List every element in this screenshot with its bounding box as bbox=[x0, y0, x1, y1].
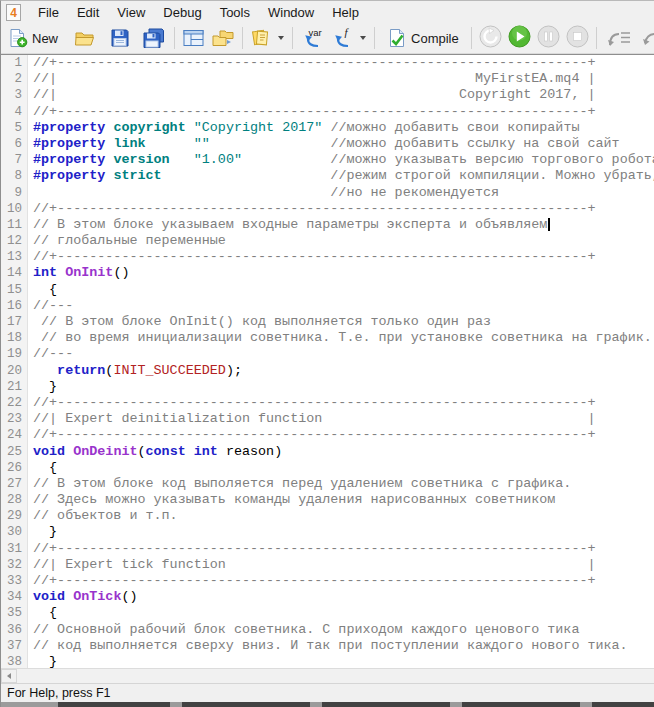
code-line[interactable]: 9 //но не рекомендуется bbox=[1, 185, 654, 201]
code-editor[interactable]: 1//+------------------------------------… bbox=[1, 54, 654, 668]
toolbar-separator bbox=[596, 27, 597, 49]
code-line[interactable]: 30 } bbox=[1, 524, 654, 540]
menu-item-debug[interactable]: Debug bbox=[154, 3, 210, 22]
code-line-text: void OnTick() bbox=[28, 589, 138, 605]
code-line[interactable]: 7#property version "1.00" //можно указыв… bbox=[1, 152, 654, 168]
navigator-toggle-button[interactable] bbox=[179, 27, 208, 49]
code-line[interactable]: 13//+-----------------------------------… bbox=[1, 249, 654, 265]
start-debug-button[interactable] bbox=[508, 25, 531, 52]
code-line-text: //| Copyright 2017, | bbox=[28, 87, 596, 103]
code-line[interactable]: 34void OnTick() bbox=[1, 589, 654, 605]
horizontal-scrollbar[interactable] bbox=[1, 668, 654, 683]
var-label-glyph: var bbox=[308, 27, 321, 38]
menu-items: FileEditViewDebugToolsWindowHelp bbox=[29, 3, 368, 22]
goto-variable-button[interactable]: var bbox=[297, 25, 329, 51]
code-line[interactable]: 28// Здесь можно указывать команды удале… bbox=[1, 492, 654, 508]
code-line[interactable]: 6#property link "" //можно добавить ссыл… bbox=[1, 136, 654, 152]
code-line[interactable]: 24//+-----------------------------------… bbox=[1, 427, 654, 443]
code-line[interactable]: 33//+-----------------------------------… bbox=[1, 573, 654, 589]
code-line[interactable]: 21 } bbox=[1, 379, 654, 395]
code-line[interactable]: 38 } bbox=[1, 654, 654, 668]
line-number: 37 bbox=[1, 638, 28, 654]
menu-item-view[interactable]: View bbox=[108, 3, 154, 22]
code-line[interactable]: 12// глобальные переменные bbox=[1, 233, 654, 249]
scroll-left-arrow-icon bbox=[7, 673, 11, 679]
taskbar-edge bbox=[1, 702, 654, 707]
stop-debug-button[interactable] bbox=[566, 25, 589, 52]
code-line[interactable]: 36// Основной рабочий блок советника. С … bbox=[1, 622, 654, 638]
hscroll-left-button[interactable] bbox=[1, 669, 17, 683]
code-line-text: //--- bbox=[28, 298, 73, 314]
code-line[interactable]: 23//| Expert deinitialization function | bbox=[1, 411, 654, 427]
menu-item-file[interactable]: File bbox=[29, 3, 68, 22]
code-line[interactable]: 32//| Expert tick function | bbox=[1, 557, 654, 573]
hscroll-track[interactable] bbox=[17, 669, 654, 683]
code-line[interactable]: 25void OnDeinit(const int reason) bbox=[1, 444, 654, 460]
line-number: 29 bbox=[1, 508, 28, 524]
code-line-text: // Здесь можно указывать команды удалени… bbox=[28, 492, 555, 508]
menu-item-help[interactable]: Help bbox=[323, 3, 368, 22]
line-number: 34 bbox=[1, 589, 28, 605]
code-line-text: } bbox=[28, 654, 57, 668]
step-into-button[interactable] bbox=[601, 26, 637, 50]
code-line[interactable]: 31//+-----------------------------------… bbox=[1, 541, 654, 557]
code-line[interactable]: 10//+-----------------------------------… bbox=[1, 201, 654, 217]
code-line[interactable]: 29// объектов и т.п. bbox=[1, 508, 654, 524]
code-line[interactable]: 8#property strict //режим строгой компил… bbox=[1, 168, 654, 184]
code-line-text: //+-------------------------------------… bbox=[28, 541, 596, 557]
menu-item-window[interactable]: Window bbox=[259, 3, 323, 22]
stop-icon bbox=[566, 25, 589, 48]
pause-icon bbox=[537, 25, 560, 48]
compile-button[interactable]: Compile bbox=[379, 26, 467, 50]
code-line[interactable]: 17 // В этом блоке OnInit() код выполняе… bbox=[1, 314, 654, 330]
toolbox-toggle-button[interactable] bbox=[208, 27, 238, 49]
code-line[interactable]: 26 { bbox=[1, 460, 654, 476]
menu-item-edit[interactable]: Edit bbox=[68, 3, 108, 22]
step-over-button[interactable] bbox=[637, 26, 654, 50]
new-button[interactable]: New bbox=[4, 26, 62, 50]
save-all-button[interactable] bbox=[138, 26, 170, 50]
code-line-text: // Основной рабочий блок советника. С пр… bbox=[28, 622, 579, 638]
code-line[interactable]: 27// В этом блоке код выполяется перед у… bbox=[1, 476, 654, 492]
code-line[interactable]: 22//+-----------------------------------… bbox=[1, 395, 654, 411]
code-line-text: // В этом блоке указываем входные параме… bbox=[28, 217, 550, 233]
line-number: 27 bbox=[1, 476, 28, 492]
line-number: 28 bbox=[1, 492, 28, 508]
code-line[interactable]: 18 // во время инициализации советника. … bbox=[1, 330, 654, 346]
pause-debug-button[interactable] bbox=[537, 25, 560, 52]
line-number: 36 bbox=[1, 622, 28, 638]
save-button[interactable] bbox=[106, 26, 134, 50]
text-cursor bbox=[548, 218, 550, 231]
code-line[interactable]: 14int OnInit() bbox=[1, 265, 654, 281]
menu-item-tools[interactable]: Tools bbox=[211, 3, 259, 22]
line-number: 26 bbox=[1, 460, 28, 476]
snippets-button[interactable] bbox=[247, 26, 288, 50]
line-number: 38 bbox=[1, 654, 28, 668]
goto-function-button[interactable]: f bbox=[329, 25, 370, 51]
code-line-text: #property copyright "Copyright 2017" //м… bbox=[28, 120, 579, 136]
code-line[interactable]: 1//+------------------------------------… bbox=[1, 55, 654, 71]
code-line-text: int OnInit() bbox=[28, 265, 129, 281]
code-line[interactable]: 3//| Copyright 2017, | bbox=[1, 87, 654, 103]
toolbar: New bbox=[1, 23, 654, 54]
code-line[interactable]: 37// код выполняется сверху вниз. И так … bbox=[1, 638, 654, 654]
code-line[interactable]: 19//--- bbox=[1, 346, 654, 362]
code-line-text: //+-------------------------------------… bbox=[28, 427, 596, 443]
code-line[interactable]: 15 { bbox=[1, 282, 654, 298]
code-line[interactable]: 11// В этом блоке указываем входные пара… bbox=[1, 217, 654, 233]
status-text: For Help, press F1 bbox=[7, 686, 111, 700]
restart-debug-button[interactable] bbox=[479, 25, 502, 52]
line-number: 20 bbox=[1, 363, 28, 379]
code-line[interactable]: 16//--- bbox=[1, 298, 654, 314]
line-number: 15 bbox=[1, 282, 28, 298]
code-line[interactable]: 4//+------------------------------------… bbox=[1, 104, 654, 120]
open-button[interactable] bbox=[70, 27, 100, 49]
code-line-text: { bbox=[28, 282, 57, 298]
code-line[interactable]: 20 return(INIT_SUCCEEDED); bbox=[1, 363, 654, 379]
code-line[interactable]: 2//| MyFirstEA.mq4 | bbox=[1, 71, 654, 87]
metaeditor-window: 4 FileEditViewDebugToolsWindowHelp New bbox=[0, 0, 654, 707]
code-line[interactable]: 5#property copyright "Copyright 2017" //… bbox=[1, 120, 654, 136]
start-icon bbox=[508, 25, 531, 48]
line-number: 18 bbox=[1, 330, 28, 346]
code-line[interactable]: 35 { bbox=[1, 605, 654, 621]
